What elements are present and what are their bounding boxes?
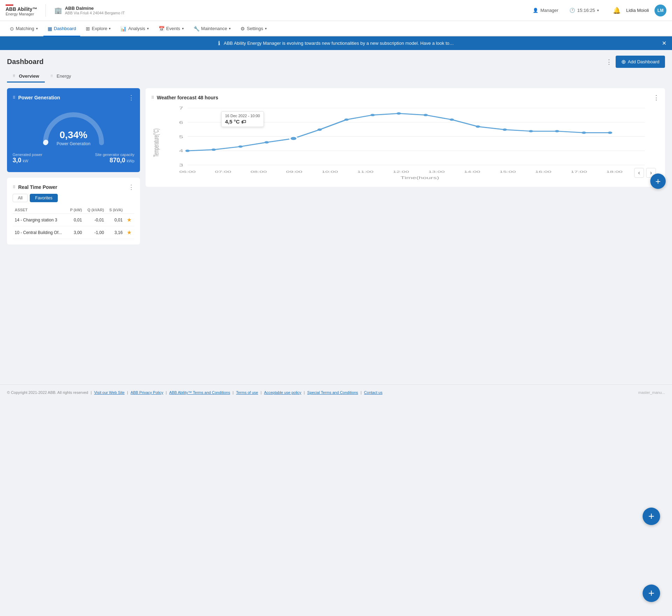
add-widget-fab-bottom[interactable]: + (643, 585, 660, 602)
p-value: 3,00 (67, 226, 84, 239)
svg-point-37 (503, 128, 507, 131)
nav-item-events[interactable]: 📅 Events ▾ (154, 21, 188, 37)
svg-text:10:00: 10:00 (322, 170, 338, 174)
svg-text:3: 3 (179, 163, 183, 168)
svg-point-41 (608, 132, 612, 134)
footer-link-acceptable-use[interactable]: Acceptable use policy (264, 390, 301, 395)
add-widget-fab-lower[interactable]: + (643, 508, 660, 525)
explore-icon: ⊞ (86, 26, 90, 31)
add-widget-fab-weather[interactable]: + (650, 174, 666, 189)
capacity-label: Site generator capacity (95, 153, 134, 157)
filter-all-button[interactable]: All (13, 194, 28, 202)
svg-point-34 (424, 114, 428, 116)
footer-link-website[interactable]: Visit our Web Site (94, 390, 125, 395)
footer-link-terms-use[interactable]: Terms of use (236, 390, 258, 395)
col-star (125, 206, 134, 214)
analysis-icon: 📊 (120, 26, 126, 31)
clock-icon: 🕐 (569, 8, 575, 13)
tooltip-value: 4,5 °C 🏷 (225, 119, 260, 125)
banner-text: ABB Ability Energy Manager is evolving t… (224, 41, 454, 46)
power-gen-more-icon[interactable]: ⋮ (128, 94, 134, 101)
svg-point-39 (555, 130, 559, 133)
site-selector[interactable]: 🏢 ABB Dalmine ABB Via Friuli 4 24044 Ber… (54, 6, 125, 15)
power-gen-drag-icon: ⠿ (13, 95, 15, 100)
events-chevron-icon: ▾ (182, 27, 184, 30)
power-gen-footer: Generated power 3,0 kW Site generator ca… (13, 153, 134, 164)
weather-more-icon[interactable]: ⋮ (653, 94, 659, 101)
gauge-value: 0,34% (57, 129, 91, 141)
svg-point-29 (290, 136, 297, 140)
nav-item-matching[interactable]: ⊙ Matching ▾ (6, 21, 42, 37)
power-gen-title: ⠿ Power Generation (13, 95, 60, 100)
add-dashboard-plus-icon: ⊕ (621, 58, 626, 65)
col-q: Q (kVAR) (84, 206, 106, 214)
power-generation-card: ⠿ Power Generation ⋮ 0,34% (7, 88, 140, 172)
site-generator-capacity: Site generator capacity 870,0 kWp (95, 153, 134, 164)
tab-overview[interactable]: ⠿ Overview (7, 71, 45, 83)
time-display[interactable]: 🕐 15:16:25 ▾ (569, 8, 599, 13)
dashboard-more-icon[interactable]: ⋮ (606, 58, 612, 66)
generated-power: Generated power 3,0 kW (13, 153, 42, 164)
footer-version: master_manu... (638, 390, 665, 395)
dashboard-actions: ⋮ ⊕ Add Dashboard (606, 56, 665, 68)
capacity-unit: kWp (127, 159, 134, 163)
banner-close-icon[interactable]: ✕ (662, 40, 666, 47)
svg-point-33 (397, 112, 401, 115)
svg-text:08:00: 08:00 (251, 170, 267, 174)
col-p: P (kW) (67, 206, 84, 214)
app-header: ABB Ability™ Energy Manager 🏢 ABB Dalmin… (0, 0, 672, 21)
gauge-container: 0,34% Power Generation (13, 104, 134, 150)
chart-area: 7 6 5 4 3 06:00 07:00 08:00 09:00 10:00 … (151, 104, 659, 181)
svg-text:15:00: 15:00 (499, 170, 516, 174)
generated-power-label: Generated power (13, 153, 42, 157)
notifications-bell-icon[interactable]: 🔔 (613, 7, 621, 14)
svg-point-36 (476, 126, 480, 128)
footer-link-privacy[interactable]: ABB Privacy Policy (131, 390, 163, 395)
footer-links: © Copyright 2021-2022 ABB. All rights re… (7, 390, 383, 395)
rtp-title: ⠿ Real Time Power (13, 184, 57, 190)
svg-text:Time(hours): Time(hours) (400, 176, 439, 180)
generated-power-unit: kW (23, 159, 28, 163)
star-cell[interactable]: ★ (125, 226, 134, 239)
power-gen-card-header: ⠿ Power Generation ⋮ (13, 94, 134, 101)
svg-text:17:00: 17:00 (570, 170, 587, 174)
svg-point-31 (344, 119, 349, 121)
rtp-table-header: ASSET P (kW) Q (kVAR) S (kVA) (13, 206, 134, 214)
settings-chevron-icon: ▾ (265, 27, 267, 30)
chart-prev-button[interactable]: ‹ (634, 168, 644, 178)
tab-energy-drag-handle: ⠿ (50, 74, 53, 78)
nav-item-dashboard[interactable]: ▦ Dashboard (43, 21, 80, 37)
dashboard-header: Dashboard ⋮ ⊕ Add Dashboard (0, 50, 672, 71)
p-value: 0,01 (67, 214, 84, 226)
dashboard-title: Dashboard (7, 58, 43, 66)
matching-chevron-icon: ▾ (36, 27, 38, 30)
dashboard-icon: ▦ (48, 26, 52, 31)
svg-text:Temperature(°C): Temperature(°C) (152, 128, 160, 157)
svg-text:18:00: 18:00 (606, 170, 623, 174)
footer-link-contact[interactable]: Contact us (364, 390, 383, 395)
svg-point-35 (450, 119, 454, 121)
svg-text:7: 7 (179, 106, 183, 111)
nav-item-analysis[interactable]: 📊 Analysis ▾ (116, 21, 153, 37)
star-cell[interactable]: ★ (125, 214, 134, 226)
tab-energy[interactable]: ⠿ Energy (45, 71, 77, 83)
filter-favorites-button[interactable]: Favorites (30, 194, 57, 202)
star-icon: ★ (127, 229, 132, 235)
user-avatar[interactable]: LM (654, 5, 666, 16)
nav-item-settings[interactable]: ⚙ Settings ▾ (236, 21, 271, 37)
rtp-more-icon[interactable]: ⋮ (128, 183, 134, 191)
svg-text:11:00: 11:00 (357, 170, 374, 174)
analysis-chevron-icon: ▾ (147, 27, 149, 30)
explore-chevron-icon: ▾ (109, 27, 111, 30)
rtp-filters: All Favorites (13, 194, 134, 202)
info-banner: ℹ ABB Ability Energy Manager is evolving… (0, 36, 672, 50)
manager-label: 👤 Manager (533, 8, 558, 13)
footer-link-special-terms[interactable]: Special Terms and Conditions (307, 390, 358, 395)
add-dashboard-button[interactable]: ⊕ Add Dashboard (616, 56, 665, 68)
asset-name: 10 - Central Building Of... (13, 226, 67, 239)
svg-text:16:00: 16:00 (535, 170, 552, 174)
nav-item-maintenance[interactable]: 🔧 Maintenance ▾ (189, 21, 235, 37)
nav-item-explore[interactable]: ⊞ Explore ▾ (82, 21, 115, 37)
footer-link-terms[interactable]: ABB Ability™ Terms and Conditions (169, 390, 230, 395)
header-right: 🔔 Lidia Moioli LM (613, 5, 666, 16)
